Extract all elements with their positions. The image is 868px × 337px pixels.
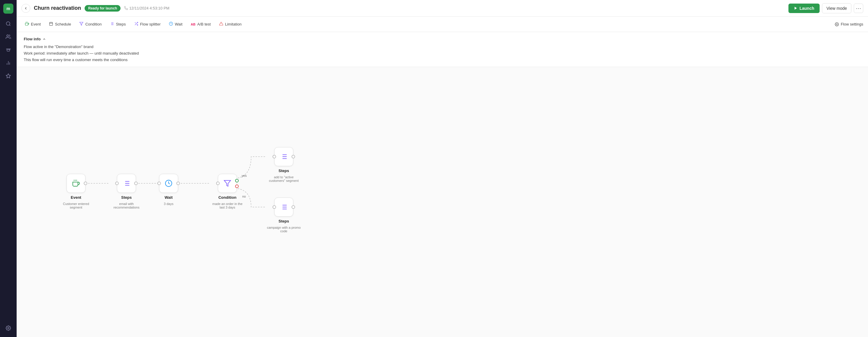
flow-canvas[interactable]: yes no Event Customer entered segment xyxy=(17,67,868,337)
toolbar-steps[interactable]: Steps xyxy=(106,20,129,29)
svg-point-28 xyxy=(836,24,837,25)
steps3-connector-left xyxy=(273,205,276,209)
schedule-icon xyxy=(49,22,53,27)
steps2-node-box xyxy=(274,147,293,166)
toolbar-flow-splitter-label: Flow splitter xyxy=(140,22,161,26)
svg-marker-15 xyxy=(80,22,84,26)
event-subtitle: Customer entered segment xyxy=(58,202,94,209)
avatar[interactable]: m xyxy=(3,4,13,14)
svg-marker-7 xyxy=(795,7,797,10)
flow-info-line-1: Flow active in the "Demonstration" brand xyxy=(24,44,861,50)
event-node[interactable]: Event Customer entered segment xyxy=(58,174,94,209)
wait-connector-left xyxy=(157,181,161,185)
sidebar-item-campaigns[interactable] xyxy=(3,44,14,55)
toolbar-event-label: Event xyxy=(31,22,41,26)
flow-settings-label: Flow settings xyxy=(841,22,863,26)
condition-connector-right-yes xyxy=(235,179,239,182)
toolbar-wait-label: Wait xyxy=(175,22,183,26)
toolbar-limitation-label: Limitation xyxy=(225,22,242,26)
steps3-connector-right xyxy=(291,205,295,209)
steps1-subtitle: email with recommendations xyxy=(108,202,144,209)
ab-test-icon: AB xyxy=(191,23,196,26)
main-content: Churn reactivation Ready for launch 12/1… xyxy=(17,0,868,337)
svg-line-1 xyxy=(9,25,10,26)
event-title: Event xyxy=(71,195,81,200)
svg-rect-11 xyxy=(50,22,53,26)
toolbar-condition-label: Condition xyxy=(85,22,101,26)
flow-info-header[interactable]: Flow info xyxy=(24,37,861,41)
toolbar-wait[interactable]: Wait xyxy=(165,20,186,29)
flow-info-line-2: Work period: immediately after launch — … xyxy=(24,50,861,57)
wait-title: Wait xyxy=(165,195,173,200)
steps1-connector-left xyxy=(115,181,119,185)
header-actions: Launch View mode ⋯ xyxy=(788,3,863,13)
condition-node[interactable]: Condition made an order in the last 3 da… xyxy=(210,174,245,209)
wait-connector-right xyxy=(176,181,180,185)
sidebar-item-analytics[interactable] xyxy=(3,58,14,68)
toolbar-schedule[interactable]: Schedule xyxy=(45,20,74,29)
toolbar-event[interactable]: Event xyxy=(21,20,44,29)
wait-node-box xyxy=(159,174,178,193)
flow-settings[interactable]: Flow settings xyxy=(835,22,863,26)
condition-node-box xyxy=(218,174,237,193)
toolbar-steps-label: Steps xyxy=(116,22,126,26)
steps1-connector-right xyxy=(134,181,138,185)
event-icon xyxy=(25,22,29,27)
steps2-connector-left xyxy=(273,155,276,159)
status-badge: Ready for launch xyxy=(85,5,121,11)
condition-icon xyxy=(79,22,84,27)
toolbar-ab-test-label: A/B test xyxy=(197,22,211,26)
flow-info-panel: Flow info Flow active in the "Demonstrat… xyxy=(17,32,868,67)
sidebar-item-search[interactable] xyxy=(3,19,14,29)
header: Churn reactivation Ready for launch 12/1… xyxy=(17,0,868,16)
condition-connector-left xyxy=(216,181,220,185)
launch-button[interactable]: Launch xyxy=(788,4,819,13)
sidebar: m xyxy=(0,0,17,337)
event-connector-right xyxy=(84,181,87,185)
sidebar-item-integrations[interactable] xyxy=(3,71,14,81)
steps3-title: Steps xyxy=(278,219,289,224)
svg-point-6 xyxy=(8,328,9,329)
steps1-node[interactable]: Steps email with recommendations xyxy=(108,174,144,209)
steps1-title: Steps xyxy=(121,195,131,200)
wait-subtitle: 3 days xyxy=(164,202,173,206)
condition-title: Condition xyxy=(218,195,237,200)
svg-line-24 xyxy=(135,22,136,23)
toolbar-ab-test[interactable]: AB A/B test xyxy=(187,20,214,28)
toolbar-condition[interactable]: Condition xyxy=(76,20,105,29)
steps1-node-box xyxy=(117,174,136,193)
flow-connections-svg: yes no xyxy=(17,67,432,275)
steps3-node[interactable]: Steps campaign with a promo code xyxy=(266,198,302,233)
svg-point-0 xyxy=(6,22,10,25)
flow-splitter-icon xyxy=(134,22,138,27)
steps2-connector-right xyxy=(291,155,295,159)
steps3-node-box xyxy=(274,198,293,216)
steps2-title: Steps xyxy=(278,168,289,173)
wait-node[interactable]: Wait 3 days xyxy=(159,174,178,206)
steps2-subtitle: add to "active customers" segment xyxy=(266,175,302,182)
timestamp: 12/11/2024 4:53:10 PM xyxy=(124,6,169,10)
timestamp-text: 12/11/2024 4:53:10 PM xyxy=(129,6,169,10)
view-mode-button[interactable]: View mode xyxy=(822,3,851,13)
back-button[interactable] xyxy=(21,4,30,13)
steps2-node[interactable]: Steps add to "active customers" segment xyxy=(266,147,302,182)
more-options-button[interactable]: ⋯ xyxy=(854,4,863,13)
wait-icon xyxy=(169,22,173,27)
svg-marker-44 xyxy=(224,181,231,187)
event-node-box xyxy=(66,174,86,193)
canvas-inner: yes no Event Customer entered segment xyxy=(17,67,432,275)
condition-subtitle: made an order in the last 3 days xyxy=(210,202,245,209)
flow-info-title: Flow info xyxy=(24,37,41,41)
condition-connector-right-no xyxy=(235,184,239,188)
toolbar-flow-splitter[interactable]: Flow splitter xyxy=(131,20,164,29)
sidebar-item-settings[interactable] xyxy=(3,323,14,333)
page-title: Churn reactivation xyxy=(34,5,81,11)
svg-point-2 xyxy=(7,35,9,36)
steps3-subtitle: campaign with a promo code xyxy=(266,226,302,233)
toolbar: Event Schedule Condition Steps Flow spli… xyxy=(17,16,868,32)
toolbar-schedule-label: Schedule xyxy=(55,22,71,26)
limitation-icon xyxy=(219,22,223,27)
sidebar-item-users[interactable] xyxy=(3,31,14,42)
steps-icon xyxy=(110,22,114,27)
toolbar-limitation[interactable]: Limitation xyxy=(216,20,245,29)
